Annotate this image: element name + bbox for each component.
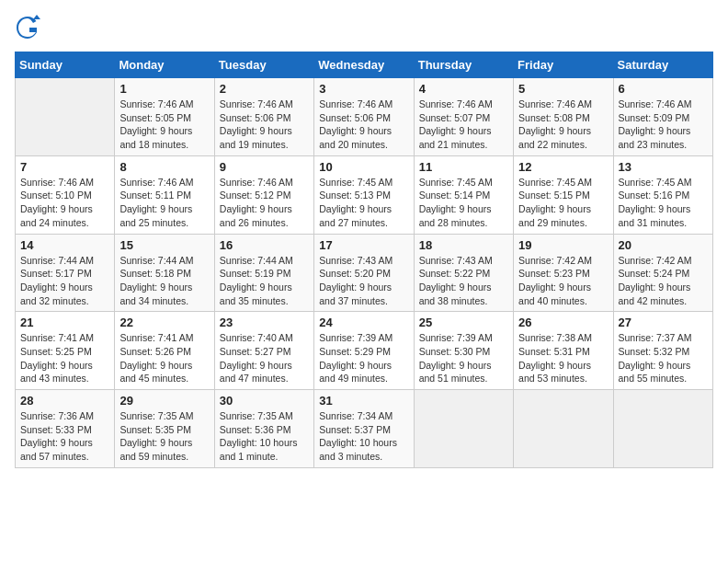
day-of-week-header: Friday [514,52,613,78]
calendar-cell: 31Sunrise: 7:34 AM Sunset: 5:37 PM Dayli… [314,390,414,468]
day-number: 20 [619,238,708,252]
day-info: Sunrise: 7:35 AM Sunset: 5:35 PM Dayligh… [119,409,209,464]
calendar-table: SundayMondayTuesdayWednesdayThursdayFrid… [15,52,713,468]
day-number: 27 [619,316,708,329]
calendar-cell: 1Sunrise: 7:46 AM Sunset: 5:05 PM Daylig… [115,78,214,156]
calendar-cell: 15Sunrise: 7:44 AM Sunset: 5:18 PM Dayli… [115,234,214,312]
calendar-cell: 20Sunrise: 7:42 AM Sunset: 5:24 PM Dayli… [613,234,712,312]
day-info: Sunrise: 7:46 AM Sunset: 5:12 PM Dayligh… [220,176,309,230]
day-info: Sunrise: 7:44 AM Sunset: 5:17 PM Dayligh… [20,254,109,308]
day-number: 29 [119,394,209,408]
day-number: 10 [319,160,408,174]
day-info: Sunrise: 7:46 AM Sunset: 5:08 PM Dayligh… [518,98,608,152]
day-info: Sunrise: 7:45 AM Sunset: 5:15 PM Dayligh… [518,176,608,230]
day-of-week-header: Wednesday [314,52,414,78]
day-of-week-header: Sunday [16,52,115,78]
day-info: Sunrise: 7:46 AM Sunset: 5:05 PM Dayligh… [119,98,209,152]
calendar-cell: 24Sunrise: 7:39 AM Sunset: 5:29 PM Dayli… [314,312,414,390]
day-number: 25 [419,316,508,329]
day-number: 8 [119,160,209,174]
day-info: Sunrise: 7:42 AM Sunset: 5:24 PM Dayligh… [619,254,708,308]
day-of-week-header: Thursday [414,52,513,78]
day-info: Sunrise: 7:45 AM Sunset: 5:14 PM Dayligh… [419,176,508,230]
day-number: 28 [20,394,109,408]
calendar-cell: 8Sunrise: 7:46 AM Sunset: 5:11 PM Daylig… [115,155,214,234]
day-number: 15 [119,238,209,252]
day-info: Sunrise: 7:46 AM Sunset: 5:06 PM Dayligh… [319,98,408,152]
day-number: 14 [20,238,109,252]
day-number: 16 [220,238,309,252]
calendar-cell: 27Sunrise: 7:37 AM Sunset: 5:32 PM Dayli… [613,312,712,390]
day-info: Sunrise: 7:44 AM Sunset: 5:19 PM Dayligh… [220,254,309,308]
day-info: Sunrise: 7:46 AM Sunset: 5:10 PM Dayligh… [20,176,109,230]
day-info: Sunrise: 7:46 AM Sunset: 5:11 PM Dayligh… [119,176,209,230]
calendar-cell: 18Sunrise: 7:43 AM Sunset: 5:22 PM Dayli… [414,234,513,312]
day-number: 6 [619,82,708,96]
day-info: Sunrise: 7:45 AM Sunset: 5:13 PM Dayligh… [319,176,408,230]
day-number: 18 [419,238,508,252]
day-number: 5 [518,82,608,96]
day-number: 11 [419,160,508,174]
calendar-cell: 10Sunrise: 7:45 AM Sunset: 5:13 PM Dayli… [314,155,414,234]
day-of-week-header: Saturday [613,52,712,78]
calendar-cell: 28Sunrise: 7:36 AM Sunset: 5:33 PM Dayli… [16,390,115,468]
day-info: Sunrise: 7:35 AM Sunset: 5:36 PM Dayligh… [220,409,309,464]
day-info: Sunrise: 7:46 AM Sunset: 5:09 PM Dayligh… [619,98,708,152]
day-number: 17 [319,238,408,252]
calendar-cell: 30Sunrise: 7:35 AM Sunset: 5:36 PM Dayli… [214,390,313,468]
calendar-cell [414,390,513,468]
day-number: 31 [319,394,408,408]
logo-icon [15,15,40,40]
day-info: Sunrise: 7:37 AM Sunset: 5:32 PM Dayligh… [619,331,708,385]
day-info: Sunrise: 7:43 AM Sunset: 5:22 PM Dayligh… [419,254,508,308]
calendar-cell: 23Sunrise: 7:40 AM Sunset: 5:27 PM Dayli… [214,312,313,390]
day-number: 3 [319,82,408,96]
day-info: Sunrise: 7:40 AM Sunset: 5:27 PM Dayligh… [220,331,309,385]
day-of-week-header: Monday [115,52,214,78]
day-number: 30 [220,394,309,408]
calendar-cell: 29Sunrise: 7:35 AM Sunset: 5:35 PM Dayli… [115,390,214,468]
calendar-cell: 22Sunrise: 7:41 AM Sunset: 5:26 PM Dayli… [115,312,214,390]
day-number: 21 [20,316,109,329]
day-number: 23 [220,316,309,329]
day-info: Sunrise: 7:34 AM Sunset: 5:37 PM Dayligh… [319,409,408,464]
day-info: Sunrise: 7:36 AM Sunset: 5:33 PM Dayligh… [20,409,109,464]
calendar-cell: 25Sunrise: 7:39 AM Sunset: 5:30 PM Dayli… [414,312,513,390]
day-number: 7 [20,160,109,174]
calendar-cell: 21Sunrise: 7:41 AM Sunset: 5:25 PM Dayli… [16,312,115,390]
calendar-cell: 4Sunrise: 7:46 AM Sunset: 5:07 PM Daylig… [414,78,513,156]
day-info: Sunrise: 7:41 AM Sunset: 5:26 PM Dayligh… [119,331,209,385]
day-number: 22 [119,316,209,329]
day-number: 26 [518,316,608,329]
calendar-cell: 17Sunrise: 7:43 AM Sunset: 5:20 PM Dayli… [314,234,414,312]
logo [15,15,44,40]
calendar-cell: 11Sunrise: 7:45 AM Sunset: 5:14 PM Dayli… [414,155,513,234]
day-info: Sunrise: 7:44 AM Sunset: 5:18 PM Dayligh… [119,254,209,308]
calendar-cell: 12Sunrise: 7:45 AM Sunset: 5:15 PM Dayli… [514,155,613,234]
day-number: 12 [518,160,608,174]
day-number: 2 [220,82,309,96]
day-info: Sunrise: 7:45 AM Sunset: 5:16 PM Dayligh… [619,176,708,230]
day-number: 4 [419,82,508,96]
day-info: Sunrise: 7:41 AM Sunset: 5:25 PM Dayligh… [20,331,109,385]
day-info: Sunrise: 7:43 AM Sunset: 5:20 PM Dayligh… [319,254,408,308]
day-number: 1 [119,82,209,96]
day-of-week-header: Tuesday [214,52,313,78]
calendar-cell [514,390,613,468]
calendar-cell: 16Sunrise: 7:44 AM Sunset: 5:19 PM Dayli… [214,234,313,312]
calendar-cell: 3Sunrise: 7:46 AM Sunset: 5:06 PM Daylig… [314,78,414,156]
calendar-cell: 6Sunrise: 7:46 AM Sunset: 5:09 PM Daylig… [613,78,712,156]
day-number: 9 [220,160,309,174]
day-info: Sunrise: 7:39 AM Sunset: 5:29 PM Dayligh… [319,331,408,385]
calendar-cell: 13Sunrise: 7:45 AM Sunset: 5:16 PM Dayli… [613,155,712,234]
day-info: Sunrise: 7:42 AM Sunset: 5:23 PM Dayligh… [518,254,608,308]
day-info: Sunrise: 7:46 AM Sunset: 5:06 PM Dayligh… [220,98,309,152]
day-info: Sunrise: 7:39 AM Sunset: 5:30 PM Dayligh… [419,331,508,385]
calendar-cell: 2Sunrise: 7:46 AM Sunset: 5:06 PM Daylig… [214,78,313,156]
calendar-cell: 7Sunrise: 7:46 AM Sunset: 5:10 PM Daylig… [16,155,115,234]
calendar-cell: 26Sunrise: 7:38 AM Sunset: 5:31 PM Dayli… [514,312,613,390]
calendar-cell: 9Sunrise: 7:46 AM Sunset: 5:12 PM Daylig… [214,155,313,234]
day-number: 19 [518,238,608,252]
day-number: 13 [619,160,708,174]
calendar-cell [16,78,115,156]
